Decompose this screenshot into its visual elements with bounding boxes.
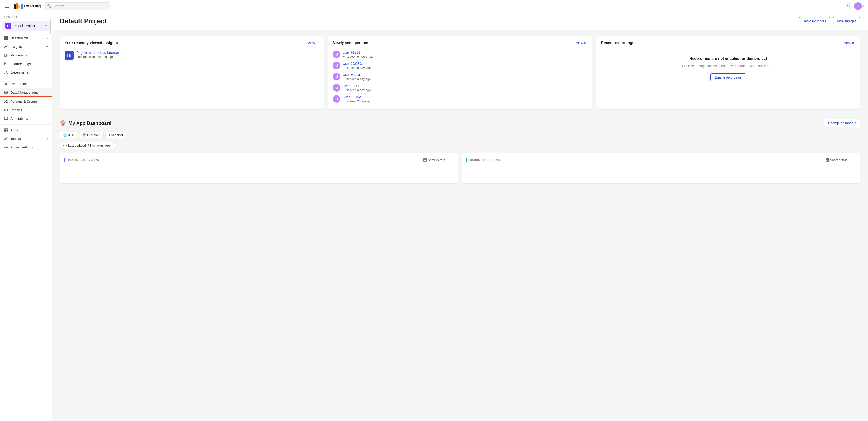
person-details-4: User 65CAA First seen 2 days ago	[343, 95, 372, 103]
sidebar-feature-flags-label: Feature Flags	[10, 62, 48, 66]
sidebar-item-toolbar[interactable]: Toolbar ▾	[0, 134, 52, 143]
trend-card-1-actions: Show details ···	[824, 157, 857, 163]
sidebar-item-cohorts[interactable]: Cohorts	[0, 106, 52, 114]
insight-icon	[65, 51, 74, 60]
sidebar-item-recordings[interactable]: Recordings	[0, 51, 52, 60]
person-name-2[interactable]: User E17DF	[343, 73, 371, 77]
project-name: Default Project	[13, 24, 43, 28]
recordings-empty-state: Recordings are not enabled for this proj…	[601, 49, 856, 88]
scrollbar-thumb	[50, 20, 52, 34]
sidebar-item-live-events[interactable]: Live Events	[0, 80, 52, 88]
logo-icon	[14, 3, 23, 9]
person-item-0: U User F1731 First seen 6 hours ago	[333, 49, 587, 60]
show-details-1-button[interactable]: Show details	[824, 157, 849, 163]
svg-rect-22	[4, 130, 6, 132]
dashboard-icon	[4, 36, 8, 40]
recent-recordings-view-all[interactable]: View all	[844, 41, 856, 45]
recently-viewed-view-all[interactable]: View all	[308, 41, 319, 45]
person-item-1: U User 0CCBC First seen a day ago	[333, 60, 587, 71]
sidebar: PROJECT G Default Project ▾ Dashboards ▾	[0, 12, 52, 421]
last-updated-pill[interactable]: Last updated 44 minutes ago ▾	[60, 142, 116, 149]
last-updated-text: Last updated 44 minutes ago	[68, 144, 110, 147]
custom-chevron-icon: ▾	[99, 133, 100, 137]
sidebar-item-dashboards[interactable]: Dashboards ▾	[0, 34, 52, 42]
project-selector[interactable]: G Default Project ▾	[2, 21, 50, 31]
sidebar-data-management-label: Data Management	[10, 91, 48, 94]
svg-rect-4	[4, 36, 6, 38]
live-events-icon	[4, 82, 8, 86]
more-options-0-button[interactable]: ···	[449, 157, 454, 163]
search-bar[interactable]: 🔍 Search...	[43, 2, 110, 10]
svg-rect-26	[67, 54, 68, 57]
help-button[interactable]: ? ▾	[844, 3, 852, 9]
sidebar-toolbar-label: Toolbar	[10, 137, 44, 141]
utc-filter[interactable]: 🌐 UTC	[60, 132, 77, 138]
svg-point-24	[4, 139, 5, 140]
show-details-0-button[interactable]: Show details	[422, 157, 447, 163]
person-avatar-2: U	[333, 73, 340, 81]
more-options-1-button[interactable]: ···	[851, 157, 857, 163]
trend-label-0-text: TRENDS • LAST 7 DAYS	[66, 158, 99, 161]
sidebar-section-label: PROJECT	[0, 12, 52, 20]
custom-date-filter[interactable]: 📅 Custom ▾	[79, 132, 103, 138]
recent-recordings-title: Recent recordings	[601, 41, 634, 45]
change-dashboard-button[interactable]: Change dashboard	[824, 119, 860, 127]
funnel-chart-icon	[67, 53, 71, 58]
person-item-2: U User E17DF First seen a day ago	[333, 71, 587, 82]
person-meta-0: First seen 6 hours ago	[343, 55, 373, 58]
hamburger-menu[interactable]	[4, 3, 11, 9]
newly-seen-view-all[interactable]: View all	[576, 41, 587, 45]
svg-rect-0	[14, 4, 16, 9]
data-management-icon	[4, 90, 8, 95]
person-avatar-0: U	[333, 51, 340, 58]
person-avatar-1: U	[333, 62, 340, 69]
svg-rect-13	[4, 92, 8, 93]
person-name-0[interactable]: User F1731	[343, 51, 373, 54]
person-name-1[interactable]: User 0CCBC	[343, 62, 371, 65]
sidebar-insights-label: Insights	[10, 45, 43, 49]
sidebar-item-annotations[interactable]: Annotations	[0, 114, 52, 123]
svg-point-18	[6, 109, 8, 111]
person-avatar-3: U	[333, 84, 340, 92]
person-details-2: User E17DF First seen a day ago	[343, 73, 371, 81]
add-insight-icon[interactable]: +	[46, 44, 48, 49]
sidebar-recordings-label: Recordings	[10, 53, 48, 57]
dashboard-section: 🏠 My App Dashboard Change dashboard 🌐 UT…	[52, 115, 868, 189]
svg-rect-34	[828, 158, 829, 160]
sidebar-item-data-management[interactable]: Data Management	[0, 88, 52, 97]
invite-members-button[interactable]: Invite members	[799, 17, 831, 25]
sidebar-item-experiments[interactable]: Experiments	[0, 68, 52, 77]
user-menu[interactable]: I ▾	[854, 2, 864, 10]
sidebar-item-insights[interactable]: Insights +	[0, 42, 52, 51]
sidebar-item-project-settings[interactable]: Project settings	[0, 143, 52, 152]
page-header: Default Project Invite members New insig…	[52, 12, 868, 30]
search-placeholder: Search...	[54, 4, 67, 8]
svg-rect-1	[16, 3, 18, 9]
sidebar-project-settings-label: Project settings	[10, 145, 48, 149]
svg-point-16	[6, 100, 7, 101]
trend-card-0: TRENDS • LAST 7 DAYS Show details ···	[60, 153, 458, 184]
person-details-3: User 122DE First seen a day ago	[343, 84, 371, 92]
sidebar-item-persons-groups[interactable]: Persons & Groups	[0, 97, 52, 106]
logo[interactable]: PostHog	[14, 3, 41, 9]
svg-rect-32	[425, 160, 426, 161]
trend-card-1-header: TRENDS • LAST 7 DAYS Show details ···	[466, 157, 857, 163]
person-avatar-4: U	[333, 95, 340, 103]
topnav-right: ? ▾ I ▾	[844, 2, 864, 10]
person-name-4[interactable]: User 65CAA	[343, 95, 372, 99]
new-insight-button[interactable]: New insight	[833, 17, 860, 25]
svg-rect-28	[70, 55, 71, 57]
svg-marker-9	[7, 55, 8, 56]
sidebar-item-feature-flags[interactable]: Feature Flags	[0, 60, 52, 68]
newly-seen-header: Newly seen persons View all	[333, 41, 587, 45]
trend-card-1-label: TRENDS • LAST 7 DAYS	[466, 158, 501, 162]
filters-bar: 🌐 UTC 📅 Custom ▾ + Add filter	[60, 132, 860, 138]
insight-name[interactable]: Pageview funnel, by browser	[76, 51, 119, 55]
sidebar-annotations-label: Annotations	[10, 117, 48, 120]
person-name-3[interactable]: User 122DE	[343, 84, 371, 88]
sidebar-item-apps[interactable]: Apps	[0, 126, 52, 134]
enable-recordings-button[interactable]: Enable recordings	[710, 73, 746, 81]
sidebar-dashboards-label: Dashboards	[10, 36, 44, 40]
add-filter-chip[interactable]: + Add filter	[105, 132, 126, 138]
trend-label-1-text: TRENDS • LAST 7 DAYS	[468, 158, 501, 161]
